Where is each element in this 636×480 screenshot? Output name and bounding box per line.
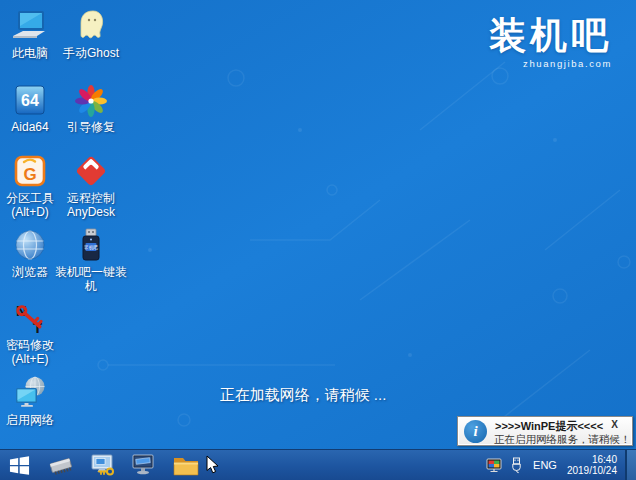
close-icon[interactable]: X <box>611 419 618 430</box>
icon-label: 分区工具 (Alt+D) <box>0 191 60 219</box>
clock-time: 16:40 <box>567 454 617 465</box>
desktop-icon-boot-repair[interactable]: 引导修复 <box>52 80 130 134</box>
toast-body: 正在启用网络服务，请稍候！ <box>494 433 631 447</box>
icon-label: 手动Ghost <box>52 46 130 60</box>
taskbar-display-tool-button[interactable] <box>127 450 161 480</box>
ghost-icon <box>52 6 130 44</box>
folder-icon <box>172 453 200 477</box>
icon-label: 引导修复 <box>52 120 130 134</box>
anydesk-diamond-icon <box>52 151 130 189</box>
desktop-icon-anydesk[interactable]: 远程控制 AnyDesk <box>52 151 130 219</box>
show-desktop-button[interactable] <box>625 450 636 480</box>
toast-title: >>>>WinPE提示<<<< <box>495 419 603 434</box>
nt-key-icon: N T <box>0 298 60 336</box>
computer-icon <box>0 6 60 44</box>
icon-label: 浏览器 <box>0 265 60 279</box>
logo-subtitle: zhuangjiba.com <box>489 58 612 69</box>
zhuangjiba-logo: 装机吧 zhuangjiba.com <box>489 14 612 69</box>
language-indicator[interactable]: ENG <box>533 459 557 471</box>
desktop-icon-password-reset[interactable]: N T 密码修改 (Alt+E) <box>0 298 60 366</box>
desktop-icon-browser[interactable]: 浏览器 <box>0 225 60 279</box>
winpe-desktop: 装机吧 zhuangjiba.com 此电脑 手动Ghost <box>0 0 636 480</box>
icon-label: 此电脑 <box>0 46 60 60</box>
windows-logo-icon <box>9 455 30 476</box>
svg-text:装机吧: 装机吧 <box>84 245 98 250</box>
aida64-icon: 64 <box>0 80 60 118</box>
taskbar-file-explorer-button[interactable] <box>168 450 204 480</box>
taskbar-ram-tool-button[interactable] <box>44 450 78 480</box>
icon-label: 密码修改 (Alt+E) <box>0 338 60 366</box>
svg-text:G: G <box>23 165 36 184</box>
clock-date: 2019/10/24 <box>567 465 617 476</box>
taskbar: ENG 16:40 2019/10/24 <box>0 449 636 480</box>
icon-label: Aida64 <box>0 120 60 134</box>
winpe-toast: i >>>>WinPE提示<<<< X 正在启用网络服务，请稍候！ <box>457 416 633 446</box>
monitor-panel-icon <box>131 453 157 477</box>
desktop-icon-partition-tool[interactable]: G 分区工具 (Alt+D) <box>0 151 60 219</box>
globe-icon <box>0 225 60 263</box>
pinwheel-flower-icon <box>52 80 130 118</box>
memory-chip-icon <box>48 453 74 477</box>
system-tray: ENG 16:40 2019/10/24 <box>486 450 636 480</box>
taskbar-unlock-tool-button[interactable] <box>86 450 120 480</box>
logo-title: 装机吧 <box>489 14 612 58</box>
clock[interactable]: 16:40 2019/10/24 <box>567 454 617 476</box>
info-icon: i <box>464 420 487 443</box>
monitor-key-icon <box>90 453 116 477</box>
desktop-icon-one-key-install[interactable]: 装机吧 装机吧一键装机 <box>52 225 130 293</box>
loading-status-text: 正在加载网络，请稍候 ... <box>0 386 606 405</box>
usb-drive-icon: 装机吧 <box>52 225 130 263</box>
tray-usb-device-icon[interactable] <box>510 457 523 474</box>
start-button[interactable] <box>2 450 36 480</box>
icon-label: 启用网络 <box>0 413 60 427</box>
svg-text:64: 64 <box>21 92 39 109</box>
desktop-icon-manual-ghost[interactable]: 手动Ghost <box>52 6 130 60</box>
diskgenius-icon: G <box>0 151 60 189</box>
tray-display-settings-icon[interactable] <box>486 458 503 473</box>
desktop-icon-aida64[interactable]: 64 Aida64 <box>0 80 60 134</box>
icon-label: 远程控制 AnyDesk <box>52 191 130 219</box>
desktop-icon-this-pc[interactable]: 此电脑 <box>0 6 60 60</box>
icon-label: 装机吧一键装机 <box>52 265 130 293</box>
